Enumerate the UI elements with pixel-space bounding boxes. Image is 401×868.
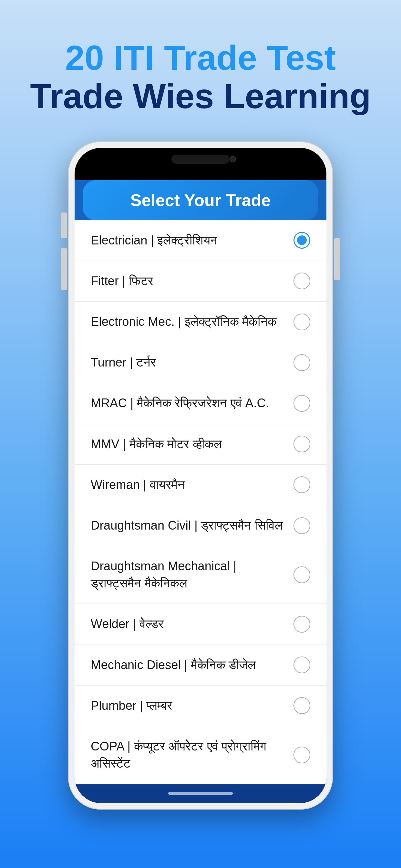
notch-pill bbox=[172, 155, 229, 164]
home-indicator bbox=[168, 792, 233, 795]
phone-mockup: Select Your Trade Electrician | इलेक्ट्र… bbox=[68, 142, 333, 810]
phone-outer: Select Your Trade Electrician | इलेक्ट्र… bbox=[68, 142, 333, 810]
trade-item[interactable]: Draughtsman Mechanical | ड्राफ्ट्समैन मै… bbox=[74, 546, 327, 604]
phone-inner: Select Your Trade Electrician | इलेक्ट्र… bbox=[74, 148, 327, 803]
trade-label: Draughtsman Civil | ड्राफ्ट्समैन सिविल bbox=[91, 517, 287, 534]
radio-button[interactable] bbox=[294, 395, 310, 412]
radio-button[interactable] bbox=[294, 697, 310, 714]
trade-label: Wireman | वायरमैन bbox=[91, 476, 287, 493]
trade-item[interactable]: Electronic Mec. | इलेक्ट्रॉनिक मैकेनिक bbox=[74, 302, 327, 342]
trade-label: COPA | कंप्यूटर ऑपरेटर एवं प्रोग्रामिंग … bbox=[91, 738, 287, 772]
notch-bar bbox=[74, 148, 327, 170]
trade-label: Turner | टर्नर bbox=[91, 354, 287, 371]
trade-item[interactable]: Welder | वेल्डर bbox=[74, 604, 327, 645]
trade-label: Plumber | प्लम्बर bbox=[91, 697, 287, 714]
trade-label: MMV | मैकेनिक मोटर व्हीकल bbox=[91, 436, 287, 453]
radio-button[interactable] bbox=[294, 517, 310, 534]
power-button bbox=[334, 238, 340, 280]
trade-item[interactable]: Mechanic Diesel | मैकेनिक डीजेल bbox=[74, 645, 327, 686]
radio-button[interactable] bbox=[294, 273, 310, 289]
trade-label: Fitter | फिटर bbox=[91, 273, 287, 290]
radio-button[interactable] bbox=[294, 436, 310, 453]
trade-label: Draughtsman Mechanical | ड्राफ्ट्समैन मै… bbox=[91, 558, 287, 592]
trade-item[interactable]: Electrician | इलेक्ट्रीशियन bbox=[74, 220, 327, 261]
volume-down-button bbox=[61, 248, 67, 290]
radio-button[interactable] bbox=[294, 566, 310, 583]
trade-item[interactable]: COPA | कंप्यूटर ऑपरेटर एवं प्रोग्रामिंग … bbox=[74, 726, 327, 784]
trade-label: Electronic Mec. | इलेक्ट्रॉनिक मैकेनिक bbox=[91, 313, 287, 330]
volume-up-button bbox=[61, 213, 67, 238]
trade-item[interactable]: Plumber | प्लम्बर bbox=[74, 686, 327, 726]
trade-item[interactable]: Fitter | फिटर bbox=[74, 261, 327, 302]
trade-item[interactable]: Wireman | वायरमैन bbox=[74, 465, 327, 505]
header-line1: 20 ITI Trade Test bbox=[0, 39, 401, 77]
trade-item[interactable]: MMV | मैकेनिक मोटर व्हीकल bbox=[74, 424, 327, 465]
radio-button[interactable] bbox=[294, 314, 310, 330]
header-line2: Trade Wies Learning bbox=[0, 77, 401, 116]
trade-item[interactable]: Turner | टर्नर bbox=[74, 342, 327, 383]
radio-button[interactable] bbox=[294, 747, 310, 764]
screen-title: Select Your Trade bbox=[130, 191, 271, 210]
trade-item[interactable]: MRAC | मैकेनिक रेफ्रिजरेशन एवं A.C. bbox=[74, 383, 327, 424]
trade-label: Welder | वेल्डर bbox=[91, 616, 287, 632]
front-camera bbox=[229, 156, 236, 162]
trade-label: Electrician | इलेक्ट्रीशियन bbox=[91, 232, 287, 249]
side-buttons-right bbox=[334, 238, 340, 280]
trade-list: Electrician | इलेक्ट्रीशियनFitter | फिटर… bbox=[74, 220, 327, 784]
radio-button[interactable] bbox=[294, 232, 310, 249]
trade-label: MRAC | मैकेनिक रेफ्रिजरेशन एवं A.C. bbox=[91, 395, 287, 412]
radio-button[interactable] bbox=[294, 616, 310, 632]
radio-button[interactable] bbox=[294, 656, 310, 673]
trade-item[interactable]: Draughtsman Civil | ड्राफ्ट्समैन सिविल bbox=[74, 505, 327, 546]
phone-screen: Select Your Trade Electrician | इलेक्ट्र… bbox=[74, 180, 327, 784]
bottom-home-area bbox=[74, 784, 327, 803]
radio-button[interactable] bbox=[294, 354, 310, 371]
screen-header: Select Your Trade bbox=[83, 180, 318, 220]
side-buttons-left bbox=[61, 213, 67, 290]
trade-label: Mechanic Diesel | मैकेनिक डीजेल bbox=[91, 656, 287, 674]
header-section: 20 ITI Trade Test Trade Wies Learning bbox=[0, 0, 401, 135]
radio-button[interactable] bbox=[294, 476, 310, 493]
